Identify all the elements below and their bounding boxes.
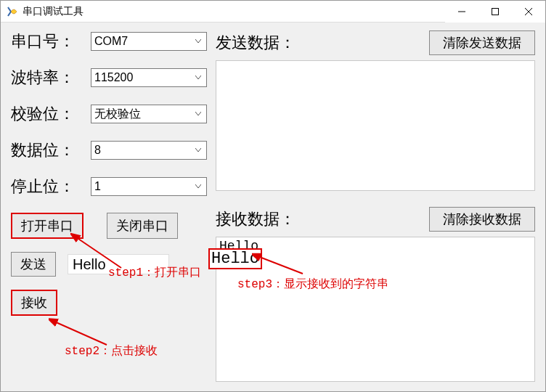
annotation-step3: step3：显示接收到的字符串 — [237, 277, 388, 292]
clear-recv-button[interactable]: 清除接收数据 — [429, 207, 535, 232]
minimize-button[interactable] — [445, 1, 478, 23]
close-port-button[interactable]: 关闭串口 — [107, 213, 178, 239]
annotation-step1: step1：打开串口 — [108, 265, 201, 280]
databits-label: 数据位： — [11, 139, 91, 161]
recv-data-textarea[interactable] — [216, 237, 535, 382]
chevron-down-icon — [192, 34, 205, 49]
databits-value: 8 — [94, 144, 101, 157]
port-select[interactable]: COM7 — [91, 32, 207, 51]
baud-value: 115200 — [94, 71, 133, 84]
stopbits-select[interactable]: 1 — [91, 177, 207, 196]
send-button[interactable]: 发送 — [11, 252, 56, 277]
baud-label: 波特率： — [11, 67, 91, 89]
port-value: COM7 — [94, 35, 128, 48]
window-title: 串口调试工具 — [23, 5, 445, 18]
chevron-down-icon — [192, 143, 205, 158]
recv-data-label: 接收数据： — [216, 208, 296, 230]
port-label: 串口号： — [11, 30, 91, 52]
titlebar: 串口调试工具 — [1, 1, 545, 23]
stopbits-value: 1 — [94, 180, 101, 193]
main-window: 串口调试工具 串口号： COM7 波特率： 115200 — [0, 0, 546, 392]
app-icon — [7, 6, 18, 17]
send-data-label: 发送数据： — [216, 32, 296, 54]
parity-select[interactable]: 无校验位 — [91, 105, 207, 123]
chevron-down-icon — [192, 179, 205, 194]
window-controls — [445, 1, 545, 23]
clear-send-button[interactable]: 清除发送数据 — [429, 30, 535, 55]
svg-rect-1 — [492, 8, 499, 15]
baud-select[interactable]: 115200 — [91, 68, 207, 87]
databits-select[interactable]: 8 — [91, 141, 207, 160]
parity-value: 无校验位 — [94, 107, 141, 122]
recv-highlight-box: Hello — [208, 248, 262, 269]
svg-line-5 — [54, 322, 107, 345]
stopbits-label: 停止位： — [11, 176, 91, 197]
receive-button[interactable]: 接收 — [11, 290, 57, 316]
send-data-textarea[interactable] — [216, 60, 535, 191]
data-panel: 发送数据： 清除发送数据 接收数据： 清除接收数据 — [216, 31, 535, 385]
open-port-button[interactable]: 打开串口 — [11, 213, 83, 239]
chevron-down-icon — [192, 107, 205, 121]
annotation-step2: step2：点击接收 — [65, 343, 158, 359]
maximize-button[interactable] — [478, 1, 512, 23]
close-button[interactable] — [512, 1, 545, 23]
content-area: 串口号： COM7 波特率： 115200 校验位： 无校验位 — [1, 23, 545, 37]
parity-label: 校验位： — [11, 103, 91, 125]
chevron-down-icon — [192, 70, 205, 85]
